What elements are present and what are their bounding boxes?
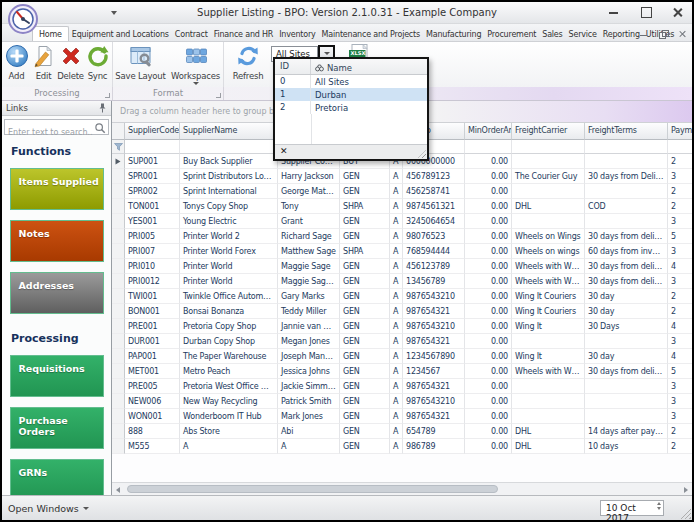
filter-cell-paymen[interactable] xyxy=(668,140,692,154)
site-option-pretoria[interactable]: 2Pretoria xyxy=(275,101,427,114)
grid-cell: Maggie Sage xyxy=(278,259,340,274)
mdi-close-icon[interactable] xyxy=(677,29,687,39)
table-row[interactable]: 888Abs StoreAbiGENA6547890.00DHL14 days … xyxy=(112,424,692,439)
sync-button[interactable]: Sync xyxy=(84,42,111,87)
sidebar-button-notes[interactable]: Notes xyxy=(10,220,104,262)
grid-cell: PRI007 xyxy=(125,244,180,259)
table-row[interactable]: M555AAGENA9867890.00DHL10 days2 xyxy=(112,439,692,454)
scroll-right-icon[interactable] xyxy=(684,487,688,493)
sidebar-button-requisitions[interactable]: Requisitions xyxy=(10,355,104,397)
tab-sales[interactable]: Sales xyxy=(539,27,565,41)
maximize-icon[interactable] xyxy=(638,5,654,19)
delete-button[interactable]: Delete xyxy=(57,42,84,87)
grid-cell: GEN xyxy=(340,229,390,244)
tab-procurement[interactable]: Procurement xyxy=(484,27,539,41)
tab-finance-and-hr[interactable]: Finance and HR xyxy=(211,27,277,41)
grid-cell: A xyxy=(180,439,278,454)
table-row[interactable]: SPR002Sprint InternationalGeorge Matthew… xyxy=(112,184,692,199)
filter-cell-minorderamt[interactable] xyxy=(465,140,512,154)
column-header-freightterms[interactable]: FreightTerms xyxy=(585,123,668,140)
table-row[interactable]: PRE005Pretoria West Office Auto...Jackie… xyxy=(112,379,692,394)
sidebar-button-grns[interactable]: GRNs xyxy=(10,459,104,495)
tab-reporting[interactable]: Reporting xyxy=(600,27,643,41)
popup-id-column-header[interactable]: ID xyxy=(275,59,311,74)
minimize-icon[interactable] xyxy=(606,5,622,19)
grid-cell: 0.00 xyxy=(465,439,512,454)
table-row[interactable]: YES001Young ElectricGrantGENA32450646540… xyxy=(112,214,692,229)
dialog-launcher-icon[interactable] xyxy=(216,93,221,98)
table-row[interactable]: PRI010Printer WorldMaggie SageGENA456123… xyxy=(112,259,692,274)
grid-cell: Wheels with Wings xyxy=(512,364,585,379)
refresh-button[interactable]: Refresh xyxy=(225,42,271,81)
grid-cell: GEN xyxy=(340,289,390,304)
table-row[interactable]: TON001Tonys Copy ShopTonySHPAA9874561321… xyxy=(112,199,692,214)
tab-equipment-and-locations[interactable]: Equipment and Locations xyxy=(69,27,172,41)
date-picker[interactable]: 10 Oct 2017 xyxy=(600,500,664,516)
table-row[interactable]: TWI001Twinkle Office Automation ...Gary … xyxy=(112,289,692,304)
horizontal-scrollbar[interactable] xyxy=(112,482,692,495)
quick-access-dropdown-icon[interactable] xyxy=(111,11,117,15)
table-row[interactable]: PRE001Pretoria Copy ShopJannie van WykGE… xyxy=(112,319,692,334)
filter-cell-freightcarrier[interactable] xyxy=(512,140,585,154)
site-option-durban[interactable]: 1Durban xyxy=(275,88,427,101)
popup-rows: 0All Sites1Durban2Pretoria xyxy=(275,75,427,114)
tab-maintenance-and-projects[interactable]: Maintenance and Projects xyxy=(319,27,423,41)
date-spinner[interactable] xyxy=(657,502,661,510)
tab-contract[interactable]: Contract xyxy=(172,27,211,41)
table-row[interactable]: BON001Bonsai BonanzaTeddy MillerGENA9876… xyxy=(112,304,692,319)
popup-close-icon[interactable]: ✕ xyxy=(280,146,288,156)
grid-cell: 3 xyxy=(668,394,692,409)
grid-cell: 30 days from delivery xyxy=(585,274,668,289)
workspaces-button[interactable]: Workspaces xyxy=(168,42,223,87)
mdi-minimize-icon[interactable] xyxy=(639,29,649,39)
column-header-paymen[interactable]: Paymen xyxy=(668,123,692,140)
open-windows-button[interactable]: Open Windows xyxy=(8,503,89,514)
grid-cell: George Matthews xyxy=(278,184,340,199)
table-row[interactable]: MET001Metro PeachJessica JohnsGENA123456… xyxy=(112,364,692,379)
popup-resize-grip[interactable] xyxy=(418,150,426,158)
column-header-minorderamt[interactable]: MinOrderAmt xyxy=(465,123,512,140)
add-icon xyxy=(5,44,29,70)
table-row[interactable]: SPR001Sprint Distributors LocalHarry Jac… xyxy=(112,169,692,184)
save-layout-icon xyxy=(129,44,153,70)
edit-button[interactable]: Edit xyxy=(30,42,57,87)
table-row[interactable]: PRI0012Printer WorldMaggie SaggieGENA134… xyxy=(112,274,692,289)
popup-name-column-header[interactable]: Name xyxy=(311,59,427,74)
column-header-suppliercode[interactable]: SupplierCode xyxy=(125,123,180,140)
scrollbar-thumb[interactable] xyxy=(127,485,498,493)
sync-icon xyxy=(86,44,110,70)
sidebar-button-purchase-orders[interactable]: Purchase Orders xyxy=(10,407,104,449)
grid-cell: 3 xyxy=(668,409,692,424)
scroll-left-icon[interactable] xyxy=(116,487,120,493)
table-row[interactable]: DUR001Durban Copy ShopMegan JonesGENA987… xyxy=(112,334,692,349)
save-layout-button[interactable]: Save Layout xyxy=(113,42,168,87)
search-input[interactable] xyxy=(5,126,108,140)
grid-cell xyxy=(512,394,585,409)
sidebar-button-items-supplied[interactable]: Items Supplied xyxy=(10,168,104,210)
tab-inventory[interactable]: Inventory xyxy=(276,27,318,41)
mdi-restore-icon[interactable] xyxy=(658,29,668,39)
filter-cell-suppliercode[interactable] xyxy=(125,140,180,154)
column-header-freightcarrier[interactable]: FreightCarrier xyxy=(512,123,585,140)
add-button[interactable]: Add xyxy=(3,42,30,87)
row-indicator xyxy=(112,439,125,454)
column-header-suppliername[interactable]: SupplierName xyxy=(180,123,278,140)
site-option-all-sites[interactable]: 0All Sites xyxy=(275,75,427,88)
dialog-launcher-icon[interactable] xyxy=(105,93,110,98)
table-row[interactable]: PRI007Printer World ForexMatthew SageSHP… xyxy=(112,244,692,259)
close-icon[interactable] xyxy=(670,5,686,19)
grid-cell: 987654321 xyxy=(403,304,465,319)
grid-cell: MET001 xyxy=(125,364,180,379)
tab-service[interactable]: Service xyxy=(566,27,600,41)
filter-cell-suppliername[interactable] xyxy=(180,140,278,154)
popup-empty-area xyxy=(275,114,427,144)
table-row[interactable]: NEW006New Way RecyclingPatrick SmithGENA… xyxy=(112,394,692,409)
table-row[interactable]: WON001Wonderboom IT HubMark JonesGENA987… xyxy=(112,409,692,424)
pin-icon[interactable] xyxy=(98,103,107,113)
tab-manufacturing[interactable]: Manufacturing xyxy=(423,27,484,41)
sidebar-button-addresses[interactable]: Addresses xyxy=(10,272,104,314)
table-row[interactable]: PRI005Printer World 2Richard SageGENA980… xyxy=(112,229,692,244)
table-row[interactable]: PAP001The Paper WarehouseJoseph ManningG… xyxy=(112,349,692,364)
resize-grip[interactable] xyxy=(680,508,691,519)
filter-cell-freightterms[interactable] xyxy=(585,140,668,154)
